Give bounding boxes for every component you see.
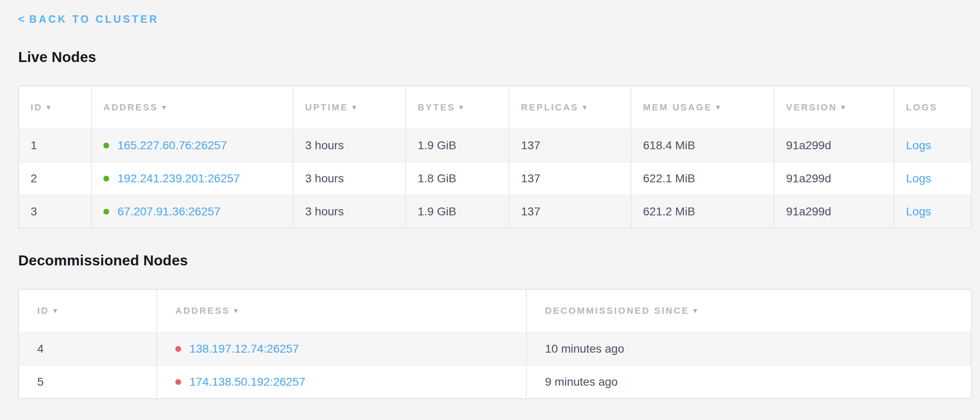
node-id-cell: 2 (19, 162, 91, 195)
decommissioned-nodes-title: Decommissioned Nodes (18, 251, 971, 270)
sort-arrow-icon: ▾ (716, 103, 720, 111)
node-mem-usage-cell: 621.2 MiB (631, 195, 774, 228)
live-status-dot-icon (103, 143, 109, 148)
table-row: 3 67.207.91.36:26257 3 hours 1.9 GiB 137… (19, 195, 971, 228)
decommissioned-status-dot-icon (175, 379, 181, 385)
back-to-cluster-link[interactable]: <BACK TO CLUSTER (18, 13, 159, 25)
col-label: LOGS (906, 102, 937, 112)
col-label: ID (31, 102, 43, 112)
decommissioned-nodes-table: ID▾ ADDRESS▾ DECOMMISSIONED SINCE▾ 4 138… (18, 289, 972, 399)
node-id-cell: 5 (19, 365, 157, 399)
live-nodes-title: Live Nodes (18, 48, 971, 67)
sort-arrow-icon: ▾ (234, 307, 238, 315)
col-label: MEM USAGE (643, 102, 712, 112)
node-mem-usage-cell: 618.4 MiB (631, 129, 774, 162)
page-content: <BACK TO CLUSTER Live Nodes ID▾ ADDRESS▾… (18, 0, 971, 399)
decommissioned-col-header-id[interactable]: ID▾ (19, 289, 157, 332)
node-uptime-cell: 3 hours (293, 162, 406, 195)
live-col-header-mem-usage[interactable]: MEM USAGE▾ (631, 86, 774, 129)
node-id-cell: 1 (19, 129, 91, 162)
node-logs-cell: Logs (894, 162, 971, 195)
live-col-header-version[interactable]: VERSION▾ (774, 86, 894, 129)
node-logs-cell: Logs (894, 195, 971, 228)
header-row: ID▾ ADDRESS▾ UPTIME▾ BYTES▾ REPLICAS▾ ME… (19, 86, 971, 129)
sort-arrow-icon: ▾ (841, 103, 845, 111)
col-label: ADDRESS (103, 102, 158, 112)
node-address-cell: 138.197.12.74:26257 (157, 332, 526, 365)
node-uptime-cell: 3 hours (293, 129, 406, 162)
decommissioned-col-header-since[interactable]: DECOMMISSIONED SINCE▾ (526, 289, 971, 332)
node-replicas-cell: 137 (509, 162, 631, 195)
sort-arrow-icon: ▾ (352, 103, 356, 111)
node-address-cell: 165.227.60.76:26257 (91, 129, 293, 162)
node-since-cell: 9 minutes ago (526, 365, 971, 399)
live-nodes-header: ID▾ ADDRESS▾ UPTIME▾ BYTES▾ REPLICAS▾ ME… (19, 86, 971, 129)
col-label: DECOMMISSIONED SINCE (545, 305, 689, 316)
live-status-dot-icon (103, 176, 109, 181)
node-bytes-cell: 1.9 GiB (406, 129, 509, 162)
node-address-cell: 67.207.91.36:26257 (91, 195, 293, 228)
node-address-cell: 174.138.50.192:26257 (157, 365, 526, 399)
live-col-header-bytes[interactable]: BYTES▾ (406, 86, 509, 129)
sort-arrow-icon: ▾ (693, 307, 697, 315)
sort-arrow-icon: ▾ (47, 103, 50, 111)
sort-arrow-icon: ▾ (459, 103, 463, 111)
node-logs-cell: Logs (894, 129, 971, 162)
live-col-header-id[interactable]: ID▾ (19, 86, 91, 129)
node-address-link[interactable]: 138.197.12.74:26257 (189, 342, 299, 355)
decommissioned-col-header-address[interactable]: ADDRESS▾ (157, 289, 526, 332)
decommissioned-nodes-header: ID▾ ADDRESS▾ DECOMMISSIONED SINCE▾ (19, 289, 971, 332)
node-since-cell: 10 minutes ago (526, 332, 971, 365)
back-link-label: BACK TO CLUSTER (29, 13, 159, 25)
logs-link[interactable]: Logs (906, 172, 931, 185)
node-id-cell: 4 (19, 332, 157, 365)
decommissioned-nodes-body: 4 138.197.12.74:26257 10 minutes ago 5 1… (19, 332, 971, 399)
node-version-cell: 91a299d (774, 129, 894, 162)
table-row: 5 174.138.50.192:26257 9 minutes ago (19, 365, 971, 399)
decommissioned-status-dot-icon (175, 346, 181, 352)
col-label: BYTES (418, 102, 455, 112)
back-chevron-icon: < (18, 13, 24, 25)
live-col-header-uptime[interactable]: UPTIME▾ (293, 86, 406, 129)
table-row: 2 192.241.239.201:26257 3 hours 1.8 GiB … (19, 162, 971, 195)
sort-arrow-icon: ▾ (583, 103, 586, 111)
node-address-link[interactable]: 174.138.50.192:26257 (189, 375, 305, 388)
logs-link[interactable]: Logs (906, 139, 931, 152)
col-label: ADDRESS (175, 305, 230, 316)
node-replicas-cell: 137 (509, 195, 631, 228)
node-id-cell: 3 (19, 195, 91, 228)
node-address-link[interactable]: 67.207.91.36:26257 (117, 205, 220, 218)
live-nodes-table: ID▾ ADDRESS▾ UPTIME▾ BYTES▾ REPLICAS▾ ME… (18, 86, 972, 229)
live-col-header-logs: LOGS (894, 86, 971, 129)
table-row: 4 138.197.12.74:26257 10 minutes ago (19, 332, 971, 365)
logs-link[interactable]: Logs (906, 205, 931, 218)
node-address-cell: 192.241.239.201:26257 (91, 162, 293, 195)
node-replicas-cell: 137 (509, 129, 631, 162)
table-row: 1 165.227.60.76:26257 3 hours 1.9 GiB 13… (19, 129, 971, 162)
node-version-cell: 91a299d (774, 162, 894, 195)
col-label: UPTIME (305, 102, 348, 112)
node-bytes-cell: 1.8 GiB (406, 162, 509, 195)
node-uptime-cell: 3 hours (293, 195, 406, 228)
header-row: ID▾ ADDRESS▾ DECOMMISSIONED SINCE▾ (19, 289, 971, 332)
node-bytes-cell: 1.9 GiB (406, 195, 509, 228)
live-nodes-body: 1 165.227.60.76:26257 3 hours 1.9 GiB 13… (19, 129, 971, 228)
sort-arrow-icon: ▾ (162, 103, 166, 111)
live-col-header-address[interactable]: ADDRESS▾ (91, 86, 293, 129)
node-address-link[interactable]: 192.241.239.201:26257 (117, 172, 240, 185)
node-version-cell: 91a299d (774, 195, 894, 228)
col-label: ID (37, 305, 49, 316)
col-label: VERSION (786, 102, 837, 112)
node-mem-usage-cell: 622.1 MiB (631, 162, 774, 195)
sort-arrow-icon: ▾ (53, 307, 57, 315)
live-status-dot-icon (103, 209, 109, 215)
live-col-header-replicas[interactable]: REPLICAS▾ (509, 86, 631, 129)
col-label: REPLICAS (521, 102, 578, 112)
node-address-link[interactable]: 165.227.60.76:26257 (117, 139, 227, 152)
